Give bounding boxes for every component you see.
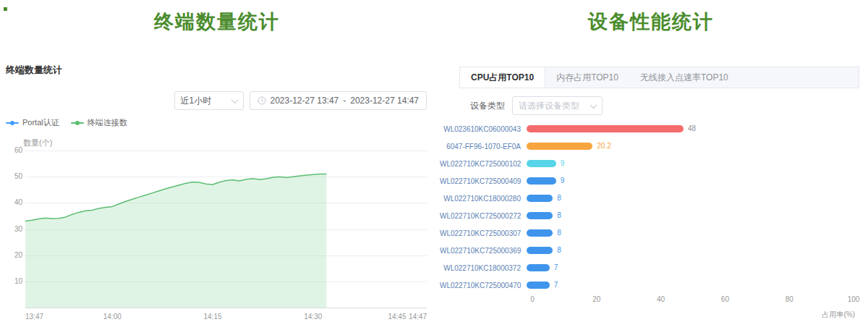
y-axis-title: 数量(个) [23, 138, 52, 148]
chart-controls: 近1小时 2023-12-27 13:47 - 2023-12-27 14:47 [174, 91, 427, 110]
y-tick-label: 30 [2, 225, 22, 233]
bar-row: WL022710KC7250004707 [440, 276, 854, 294]
bar-x-axis: 020406080100 [532, 295, 854, 305]
bar-value-label: 7 [554, 281, 558, 289]
bar-category-label[interactable]: WL022710KC725000470 [440, 282, 527, 289]
bar-track: 7 [527, 282, 854, 289]
legend-label: Portal认证 [22, 117, 59, 128]
bar-track: 9 [527, 160, 854, 167]
bar-track: 8 [527, 229, 854, 237]
y-tick-label: 50 [2, 172, 22, 180]
bar-value-label: 7 [554, 263, 558, 272]
bar-axis-row: 020406080100 [440, 295, 854, 305]
x-axis-line [25, 308, 427, 308]
bar-track: 48 [527, 125, 854, 132]
bar[interactable] [527, 212, 553, 219]
panel-heading: 设备性能统计 [434, 9, 868, 35]
x-axis-title: 占用率(%) [822, 310, 855, 320]
tab-bar: CPU占用TOP10内存占用TOP10无线接入点速率TOP10 [459, 67, 859, 88]
y-tick-label: 40 [2, 198, 22, 206]
bar[interactable] [527, 143, 592, 150]
date-range-picker[interactable]: 2023-12-27 13:47 - 2023-12-27 14:47 [250, 91, 427, 110]
device-type-placeholder: 请选择设备类型 [519, 100, 579, 112]
bar-value-label: 8 [557, 211, 561, 220]
legend-item[interactable]: Portal认证 [6, 117, 59, 128]
bar[interactable] [527, 282, 550, 289]
terminal-count-panel: 终端数量统计 终端数量统计 近1小时 2023-12-27 13:47 - 20… [0, 0, 434, 330]
tab-item[interactable]: 无线接入点速率TOP10 [629, 67, 739, 88]
bar-track: 9 [527, 177, 854, 185]
panel-heading: 终端数量统计 [0, 9, 434, 35]
x-tick-label: 14:00 [103, 313, 122, 321]
bar-value-label: 48 [688, 124, 696, 133]
bar-row: WL022710KC7250001029 [440, 155, 854, 172]
filter-label: 设备类型 [470, 100, 505, 112]
tab-item[interactable]: 内存占用TOP10 [545, 67, 629, 88]
x-tick-label: 0 [530, 295, 535, 303]
x-tick-label: 40 [657, 295, 665, 303]
bar-value-label: 8 [557, 229, 561, 237]
area-series [25, 151, 427, 308]
x-tick-label: 100 [848, 295, 860, 303]
legend-label: 终端连接数 [88, 117, 127, 128]
date-end: 2023-12-27 14:47 [350, 96, 419, 106]
bar[interactable] [527, 160, 556, 167]
bar-category-label[interactable]: WL022710KC18000280 [440, 195, 527, 203]
tab-item[interactable]: CPU占用TOP10 [460, 67, 545, 88]
bar-category-label[interactable]: WL023610KC06000043 [440, 125, 527, 133]
x-tick-label: 14:47 [409, 313, 427, 321]
legend: Portal认证终端连接数 [6, 117, 127, 128]
bar[interactable] [527, 247, 553, 254]
time-range-select[interactable]: 近1小时 [174, 91, 244, 110]
line-plot: 60504030201013:4714:0014:1514:3014:4514:… [25, 151, 427, 308]
bar-row: WL022710KC7250004099 [440, 172, 854, 190]
bar-row: 6047-FF96-1070-EF0A20.2 [440, 138, 854, 155]
x-tick-label: 20 [592, 295, 600, 303]
bar-track: 8 [527, 247, 854, 254]
bar-category-label[interactable]: WL022710KC725000369 [440, 247, 527, 255]
x-tick-label: 13:47 [25, 313, 43, 321]
bar-value-label: 20.2 [597, 142, 610, 151]
bar-row: WL022710KC7250003078 [440, 224, 854, 242]
x-tick-label: 14:45 [388, 313, 406, 321]
dashboard: 终端数量统计 终端数量统计 近1小时 2023-12-27 13:47 - 20… [0, 0, 868, 330]
x-tick-label: 60 [721, 295, 729, 303]
bar[interactable] [527, 229, 553, 237]
bar-category-label[interactable]: WL022710KC725000409 [440, 177, 527, 185]
legend-item[interactable]: 终端连接数 [71, 117, 127, 128]
legend-dot-icon [10, 121, 14, 125]
bar[interactable] [527, 195, 553, 202]
bar-track: 8 [527, 195, 854, 202]
y-tick-label: 10 [2, 277, 22, 285]
bar[interactable] [527, 177, 556, 185]
bar-value-label: 9 [561, 177, 565, 185]
date-start: 2023-12-27 13:47 [271, 96, 339, 106]
bar-row: WL022710KC7250003698 [440, 242, 854, 259]
x-tick-label: 14:30 [304, 313, 322, 321]
bar-row: WL022710KC7250002728 [440, 207, 854, 224]
bar[interactable] [527, 264, 550, 271]
bar-track: 8 [527, 212, 854, 219]
legend-dot-icon [75, 121, 80, 125]
bar-category-label[interactable]: WL022710KC725000307 [440, 229, 527, 237]
bar[interactable] [527, 125, 684, 132]
bar-category-label[interactable]: 6047-FF96-1070-EF0A [440, 143, 527, 151]
y-tick-label: 20 [2, 251, 22, 259]
bar-track: 7 [527, 264, 854, 271]
legend-line-icon [6, 122, 19, 124]
bar-row: WL022710KC180003727 [440, 259, 854, 276]
bar-row: WL022710KC180002808 [440, 190, 854, 207]
bar-category-label[interactable]: WL022710KC725000102 [440, 160, 527, 168]
chevron-down-icon [590, 101, 597, 109]
bar-category-label[interactable]: WL022710KC18000372 [440, 264, 527, 272]
device-type-select[interactable]: 请选择设备类型 [512, 96, 603, 115]
bar-row: WL023610KC0600004348 [440, 120, 854, 138]
date-separator: - [343, 96, 346, 106]
bar-value-label: 8 [557, 194, 561, 203]
bar-value-label: 8 [557, 246, 561, 255]
device-performance-panel: 设备性能统计 CPU占用TOP10内存占用TOP10无线接入点速率TOP10 设… [434, 0, 868, 330]
axis-spacer [440, 295, 532, 305]
bar-category-label[interactable]: WL022710KC725000272 [440, 212, 527, 220]
bar-track: 20.2 [527, 143, 854, 150]
x-tick-label: 80 [786, 295, 793, 303]
